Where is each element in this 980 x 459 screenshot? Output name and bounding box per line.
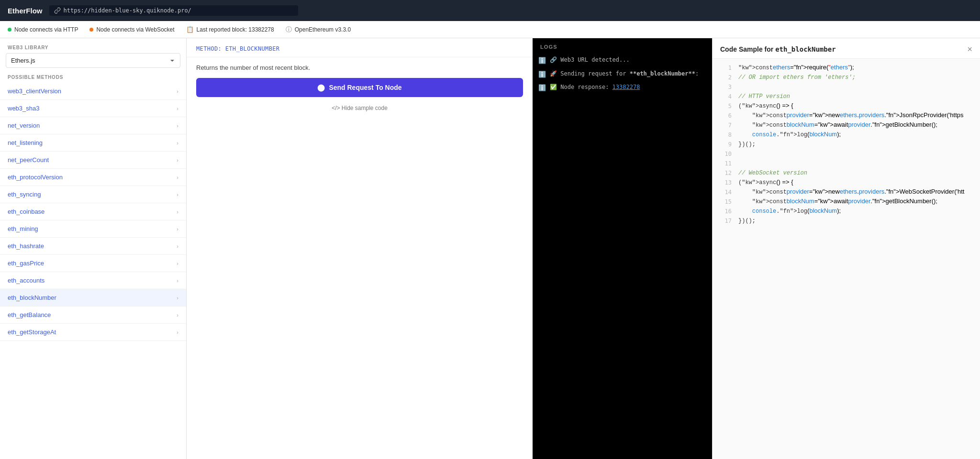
method-item[interactable]: eth_getStorageAt› bbox=[0, 324, 186, 341]
line-number: 4 bbox=[720, 92, 732, 101]
line-number: 6 bbox=[720, 111, 732, 120]
line-number: 7 bbox=[720, 121, 732, 130]
code-panel-title: Code Sample for eth_blockNumber bbox=[720, 45, 836, 53]
method-item-label: eth_mining bbox=[8, 225, 38, 232]
method-item[interactable]: eth_protocolVersion› bbox=[0, 169, 186, 186]
log-entry-2: ℹ️ 🚀 Sending request for **eth_blockNumb… bbox=[533, 67, 712, 81]
chevron-right-icon: › bbox=[177, 329, 178, 335]
line-number: 11 bbox=[720, 159, 732, 168]
method-item[interactable]: eth_getBalance› bbox=[0, 306, 186, 324]
chevron-right-icon: › bbox=[177, 88, 178, 94]
methods-section-label: POSSIBLE METHODS bbox=[0, 73, 186, 83]
statusbar: Node connects via HTTP Node connects via… bbox=[0, 21, 980, 38]
method-item[interactable]: eth_blockNumber› bbox=[0, 289, 186, 306]
chevron-right-icon: › bbox=[177, 243, 178, 249]
library-dropdown-wrap: Ethers.js bbox=[0, 53, 186, 73]
code-block: 1"kw">const ethers = "fn">require("ether… bbox=[713, 59, 980, 459]
method-item[interactable]: eth_mining› bbox=[0, 220, 186, 238]
version-status: ⓘ OpenEthereum v3.3.0 bbox=[286, 25, 351, 34]
line-number: 10 bbox=[720, 150, 732, 159]
log-icon-3: ℹ️ bbox=[538, 83, 546, 93]
methods-list: web3_clientVersion›web3_sha3›net_version… bbox=[0, 83, 186, 459]
method-item-label: eth_getBalance bbox=[8, 311, 51, 318]
log-entry-3: ℹ️ ✅ Node response: 13382278 bbox=[533, 81, 712, 95]
method-name-code: eth_blockNumber bbox=[225, 45, 280, 52]
code-line: 3 bbox=[713, 83, 980, 92]
code-panel-method: eth_blockNumber bbox=[775, 45, 835, 53]
method-item[interactable]: web3_clientVersion› bbox=[0, 83, 186, 100]
content-area: METHOD: eth_blockNumber Returns the numb… bbox=[187, 38, 533, 459]
send-request-button[interactable]: ⬤ Send Request To Node bbox=[196, 78, 523, 97]
method-item-label: eth_blockNumber bbox=[8, 294, 56, 301]
log-text-3: ✅ Node response: 13382278 bbox=[550, 83, 640, 91]
code-line: 14 "kw">const provider = "kw">new ethers… bbox=[713, 188, 980, 197]
method-item[interactable]: eth_hashrate› bbox=[0, 238, 186, 255]
line-number: 15 bbox=[720, 197, 732, 207]
method-item-label: eth_gasPrice bbox=[8, 260, 44, 267]
method-item[interactable]: eth_accounts› bbox=[0, 272, 186, 289]
block-status: 📋 Last reported block: 13382278 bbox=[186, 26, 274, 33]
code-line: 16 console."fn">log(blockNum); bbox=[713, 207, 980, 217]
line-number: 2 bbox=[720, 73, 732, 82]
code-line: 1"kw">const ethers = "fn">require("ether… bbox=[713, 64, 980, 73]
close-code-panel-button[interactable]: × bbox=[967, 45, 972, 54]
method-item-label: eth_syncing bbox=[8, 191, 41, 198]
method-item[interactable]: net_listening› bbox=[0, 134, 186, 152]
hide-code-link[interactable]: </> Hide sample code bbox=[187, 102, 533, 114]
code-panel-header: Code Sample for eth_blockNumber × bbox=[713, 38, 980, 59]
link-icon bbox=[54, 7, 61, 14]
info-icon: ⓘ bbox=[286, 25, 292, 34]
method-item-label: web3_clientVersion bbox=[8, 87, 61, 95]
method-item-label: eth_protocolVersion bbox=[8, 174, 63, 181]
logs-panel: LOGS ℹ️ 🔗 Web3 URL detected... ℹ️ 🚀 Send… bbox=[533, 38, 712, 459]
chevron-right-icon: › bbox=[177, 106, 178, 111]
sidebar: WEB3 LIBRARY Ethers.js POSSIBLE METHODS … bbox=[0, 38, 187, 459]
code-line: 2// OR import ethers from 'ethers'; bbox=[713, 73, 980, 83]
block-label: Last reported block: 13382278 bbox=[197, 26, 274, 33]
code-line: 13("kw">async () => { bbox=[713, 178, 980, 188]
chevron-right-icon: › bbox=[177, 312, 178, 318]
method-item[interactable]: net_version› bbox=[0, 117, 186, 134]
method-item[interactable]: net_peerCount› bbox=[0, 152, 186, 169]
log-icon-2: ℹ️ bbox=[538, 70, 546, 79]
ws-status: Node connects via WebSocket bbox=[89, 26, 174, 33]
header: EtherFlow https://hidden-blue-sky.quikno… bbox=[0, 0, 980, 21]
ws-status-label: Node connects via WebSocket bbox=[96, 26, 174, 33]
line-number: 1 bbox=[720, 64, 732, 73]
method-item-label: net_version bbox=[8, 122, 40, 129]
copy-icon: 📋 bbox=[186, 26, 194, 33]
http-status-label: Node connects via HTTP bbox=[14, 26, 78, 33]
method-item-label: eth_hashrate bbox=[8, 242, 44, 250]
code-line: 4// HTTP version bbox=[713, 92, 980, 102]
line-number: 17 bbox=[720, 217, 732, 226]
method-header: METHOD: eth_blockNumber bbox=[187, 38, 533, 57]
log-block-number[interactable]: 13382278 bbox=[612, 84, 640, 90]
http-dot bbox=[8, 28, 11, 32]
code-line: 10 bbox=[713, 150, 980, 159]
main-layout: WEB3 LIBRARY Ethers.js POSSIBLE METHODS … bbox=[0, 38, 980, 459]
code-line: 9})(); bbox=[713, 140, 980, 150]
chevron-right-icon: › bbox=[177, 140, 178, 146]
code-line: 8 console."fn">log(blockNum); bbox=[713, 131, 980, 140]
log-text-1: 🔗 Web3 URL detected... bbox=[550, 55, 630, 64]
method-item[interactable]: eth_coinbase› bbox=[0, 203, 186, 220]
line-number: 3 bbox=[720, 83, 732, 92]
library-dropdown[interactable]: Ethers.js bbox=[6, 53, 180, 68]
method-description: Returns the number of most recent block. bbox=[187, 57, 533, 78]
code-line: 6 "kw">const provider = "kw">new ethers.… bbox=[713, 111, 980, 121]
method-item-label: web3_sha3 bbox=[8, 105, 40, 112]
method-item[interactable]: eth_syncing› bbox=[0, 186, 186, 203]
method-item-label: eth_getStorageAt bbox=[8, 328, 56, 336]
chevron-right-icon: › bbox=[177, 175, 178, 180]
library-section-label: WEB3 LIBRARY bbox=[0, 38, 186, 53]
chevron-right-icon: › bbox=[177, 295, 178, 301]
method-item[interactable]: web3_sha3› bbox=[0, 100, 186, 117]
url-bar[interactable]: https://hidden-blue-sky.quiknode.pro/ bbox=[49, 5, 298, 16]
line-number: 13 bbox=[720, 178, 732, 187]
method-item-label: net_listening bbox=[8, 139, 43, 146]
chevron-right-icon: › bbox=[177, 209, 178, 215]
version-label: OpenEthereum v3.3.0 bbox=[295, 26, 351, 33]
method-item[interactable]: eth_gasPrice› bbox=[0, 255, 186, 272]
log-icon-1: ℹ️ bbox=[538, 56, 546, 66]
ws-dot bbox=[89, 28, 93, 32]
